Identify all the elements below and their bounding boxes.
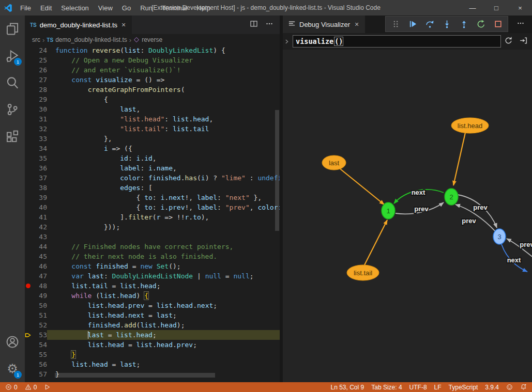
menu-terminal[interactable]: Terminal bbox=[157, 0, 192, 15]
current-line-arrow-icon[interactable] bbox=[25, 330, 33, 340]
code-line-51[interactable]: 51 list.head.next = last; bbox=[25, 310, 280, 320]
continue-button[interactable] bbox=[406, 18, 419, 31]
status-cursor-position[interactable]: Ln 53, Col 9 bbox=[330, 384, 364, 391]
status-debug-launch[interactable] bbox=[44, 384, 51, 390]
breakpoint-margin[interactable] bbox=[25, 252, 33, 261]
graph-pointer-last[interactable]: last bbox=[322, 155, 346, 170]
code-line-41[interactable]: 41 ].filter(r => !!r.to), bbox=[25, 212, 280, 222]
code-editor[interactable]: 24function reverse(list: DoublyLinkedLis… bbox=[25, 45, 280, 379]
graph-canvas[interactable]: 123list.headlastlist.tailnextprevprevpre… bbox=[283, 50, 532, 382]
minimize-button[interactable]: — bbox=[461, 0, 484, 15]
restart-button[interactable] bbox=[474, 18, 488, 31]
breakpoint-margin[interactable] bbox=[25, 320, 33, 330]
code-line-24[interactable]: 24function reverse(list: DoublyLinkedLis… bbox=[25, 45, 280, 55]
breakpoint-margin[interactable] bbox=[25, 183, 33, 193]
stop-button[interactable] bbox=[491, 18, 505, 31]
breakpoint-margin[interactable] bbox=[25, 212, 33, 222]
status-ts-version[interactable]: 3.9.4 bbox=[485, 384, 499, 391]
status-encoding[interactable]: UTF-8 bbox=[409, 384, 427, 391]
graph-node-1[interactable]: 1 bbox=[382, 202, 395, 219]
code-line-27[interactable]: 27 const visualize = () => bbox=[25, 75, 280, 85]
accounts-icon[interactable] bbox=[0, 328, 25, 355]
graph-pointer-list-head[interactable]: list.head bbox=[451, 118, 489, 133]
graph-node-2[interactable]: 2 bbox=[445, 189, 458, 205]
menu-run[interactable]: Run bbox=[135, 0, 157, 15]
breadcrumb-item-reverse[interactable]: reverse bbox=[133, 36, 162, 43]
explorer-icon[interactable] bbox=[0, 15, 25, 42]
code-line-43[interactable]: 43 bbox=[25, 232, 280, 242]
graph-pointer-list-tail[interactable]: list.tail bbox=[347, 265, 379, 280]
tab-demo-doubly-linked-list[interactable]: TS demo_doubly-linked-list.ts × bbox=[25, 15, 132, 34]
status-notifications[interactable] bbox=[520, 384, 527, 390]
code-line-28[interactable]: 28 createGraphFromPointers( bbox=[25, 85, 280, 95]
code-line-40[interactable]: 40 { to: i.prev!, label: "prev", color: bbox=[25, 202, 280, 212]
more-actions-icon[interactable] bbox=[265, 20, 273, 30]
breakpoint-margin[interactable] bbox=[25, 340, 33, 350]
breakpoint-margin[interactable] bbox=[25, 75, 33, 85]
code-line-45[interactable]: 45 // their next node is also finished. bbox=[25, 252, 280, 261]
tab-debug-visualizer[interactable]: Debug Visualizer × bbox=[283, 15, 365, 33]
menu-selection[interactable]: Selection bbox=[56, 0, 93, 15]
status-feedback[interactable] bbox=[506, 384, 513, 390]
code-line-39[interactable]: 39 { to: i.next!, label: "next" }, bbox=[25, 193, 280, 202]
split-editor-icon[interactable] bbox=[250, 20, 258, 30]
graph-node-3[interactable]: 3 bbox=[493, 229, 506, 244]
close-button[interactable]: × bbox=[508, 0, 532, 15]
code-line-35[interactable]: 35 id: i.id, bbox=[25, 153, 280, 163]
code-line-31[interactable]: 31 "list.head": list.head, bbox=[25, 114, 280, 124]
breakpoint-margin[interactable] bbox=[25, 144, 33, 153]
open-in-editor-icon[interactable] bbox=[519, 36, 528, 47]
breakpoint-margin[interactable] bbox=[25, 232, 33, 242]
extensions-icon[interactable] bbox=[0, 123, 25, 150]
status-indentation[interactable]: Tab Size: 4 bbox=[371, 384, 402, 391]
breakpoint-margin[interactable] bbox=[25, 359, 33, 369]
settings-icon[interactable]: ⚙1 bbox=[0, 355, 25, 382]
code-line-37[interactable]: 37 color: finished.has(i) ? "lime" : und… bbox=[25, 173, 280, 183]
run-debug-icon[interactable]: 1 bbox=[0, 42, 25, 69]
code-line-57[interactable]: 57} bbox=[25, 369, 280, 379]
code-line-32[interactable]: 32 "list.tail": list.tail bbox=[25, 124, 280, 134]
breakpoint-margin[interactable] bbox=[25, 153, 33, 163]
status-errors[interactable]: 0 bbox=[5, 384, 18, 391]
code-line-56[interactable]: 56 list.head = last; bbox=[25, 359, 280, 369]
code-line-36[interactable]: 36 label: i.name, bbox=[25, 163, 280, 173]
breakpoint-margin[interactable] bbox=[25, 202, 33, 212]
breakpoint-margin[interactable] bbox=[25, 173, 33, 183]
search-icon[interactable] bbox=[0, 69, 25, 96]
code-line-30[interactable]: 30 last, bbox=[25, 104, 280, 114]
breakpoint-margin[interactable] bbox=[25, 45, 33, 55]
code-line-49[interactable]: 49 while (list.head) { bbox=[25, 291, 280, 301]
step-over-button[interactable] bbox=[423, 18, 436, 31]
code-line-48[interactable]: 48 list.tail = list.head; bbox=[25, 281, 280, 291]
more-actions-icon[interactable] bbox=[516, 19, 525, 29]
breakpoint-margin[interactable] bbox=[25, 163, 33, 173]
status-warnings[interactable]: 0 bbox=[25, 384, 37, 391]
code-line-25[interactable]: 25 // Open a new Debug Visualizer bbox=[25, 55, 280, 65]
breakpoint-margin[interactable] bbox=[25, 271, 33, 281]
step-into-button[interactable] bbox=[440, 18, 453, 31]
breakpoint-margin[interactable] bbox=[25, 85, 33, 95]
code-line-52[interactable]: 52 finished.add(list.head); bbox=[25, 320, 280, 330]
step-out-button[interactable] bbox=[457, 18, 470, 31]
expression-input[interactable]: visualize() bbox=[293, 35, 501, 48]
breakpoint-margin[interactable] bbox=[25, 134, 33, 144]
breakpoint-margin[interactable] bbox=[25, 261, 33, 271]
breakpoint-margin[interactable] bbox=[25, 95, 33, 104]
code-line-42[interactable]: 42 })); bbox=[25, 222, 280, 232]
breakpoint-margin[interactable] bbox=[25, 369, 33, 379]
breakpoint-margin[interactable] bbox=[25, 301, 33, 310]
breakpoint-margin[interactable] bbox=[25, 55, 33, 65]
code-line-34[interactable]: 34 i => ({ bbox=[25, 144, 280, 153]
breadcrumb-item-src[interactable]: src bbox=[32, 36, 40, 43]
code-line-55[interactable]: 55 } bbox=[25, 350, 280, 359]
code-line-54[interactable]: 54 list.head = list.head.prev; bbox=[25, 340, 280, 350]
code-line-53[interactable]: 53 last = list.head; bbox=[25, 330, 280, 340]
breadcrumb-item-demo-doubly-linked-list-ts[interactable]: TSdemo_doubly-linked-list.ts bbox=[47, 36, 127, 43]
breakpoint-margin[interactable] bbox=[25, 222, 33, 232]
code-line-33[interactable]: 33 }, bbox=[25, 134, 280, 144]
breakpoint-icon[interactable] bbox=[25, 281, 33, 291]
breakpoint-margin[interactable] bbox=[25, 114, 33, 124]
chevron-right-icon[interactable] bbox=[284, 39, 290, 44]
code-line-47[interactable]: 47 var last: DoublyLinkedListNode | null… bbox=[25, 271, 280, 281]
status-eol[interactable]: LF bbox=[434, 384, 442, 391]
